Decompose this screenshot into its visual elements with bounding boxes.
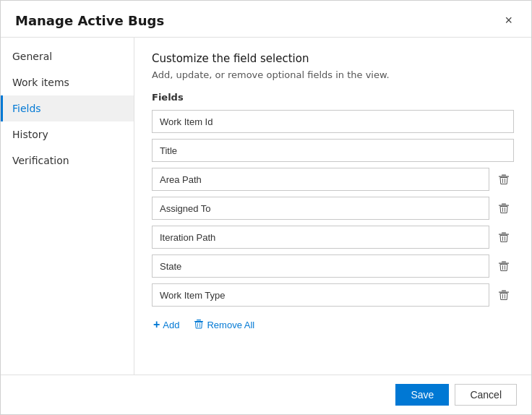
dialog-title: Manage Active Bugs: [15, 13, 164, 28]
content-area: Customize the field selection Add, updat…: [134, 38, 531, 375]
cancel-button[interactable]: Cancel: [455, 384, 517, 406]
trash-icon: [498, 289, 510, 301]
plus-icon: +: [153, 318, 160, 331]
field-input-work-item-type[interactable]: [152, 283, 489, 307]
field-row-iteration-path: [152, 226, 514, 249]
remove-all-label: Remove All: [207, 320, 254, 330]
content-subtitle: Add, update, or remove optional fields i…: [152, 69, 514, 80]
svg-rect-16: [499, 292, 509, 293]
sidebar-item-verification[interactable]: Verification: [1, 147, 134, 174]
delete-field-button-work-item-type[interactable]: [494, 286, 514, 304]
close-button[interactable]: ×: [500, 12, 517, 28]
manage-active-bugs-dialog: Manage Active Bugs × GeneralWork itemsFi…: [0, 0, 532, 415]
svg-rect-21: [197, 320, 201, 320]
sidebar-item-fields[interactable]: Fields: [1, 95, 134, 121]
delete-field-button-assigned-to[interactable]: [494, 200, 514, 217]
delete-field-button-state[interactable]: [494, 257, 514, 275]
trash-icon: [498, 231, 510, 243]
svg-rect-0: [499, 176, 509, 177]
svg-rect-4: [499, 205, 509, 206]
dialog-body: GeneralWork itemsFieldsHistoryVerificati…: [1, 38, 531, 375]
svg-rect-1: [502, 175, 506, 176]
field-input-work-item-id[interactable]: [152, 110, 514, 133]
delete-field-button-iteration-path[interactable]: [494, 228, 514, 246]
fields-list: [152, 110, 514, 307]
field-row-state: [152, 254, 514, 278]
add-remove-row: + Add Remove All: [152, 315, 514, 334]
field-input-state[interactable]: [152, 254, 489, 278]
fields-label: Fields: [152, 92, 514, 103]
field-row-area-path: [152, 168, 514, 191]
svg-rect-5: [502, 204, 506, 205]
remove-all-button[interactable]: Remove All: [192, 316, 256, 334]
sidebar-item-work-items[interactable]: Work items: [1, 69, 134, 95]
field-input-area-path[interactable]: [152, 168, 489, 191]
delete-field-button-area-path[interactable]: [494, 171, 514, 188]
svg-rect-13: [502, 262, 506, 262]
field-input-assigned-to[interactable]: [152, 197, 489, 220]
field-row-work-item-type: [152, 283, 514, 307]
svg-rect-8: [499, 234, 509, 235]
dialog-header: Manage Active Bugs ×: [1, 1, 531, 38]
content-title: Customize the field selection: [152, 52, 514, 65]
svg-rect-9: [502, 233, 506, 234]
trash-icon: [498, 202, 510, 214]
field-input-iteration-path[interactable]: [152, 226, 489, 249]
trash-icon-remove-all: [194, 319, 204, 331]
field-row-work-item-id: [152, 110, 514, 133]
trash-icon: [498, 174, 510, 185]
dialog-footer: Save Cancel: [1, 375, 531, 414]
sidebar: GeneralWork itemsFieldsHistoryVerificati…: [1, 38, 134, 375]
sidebar-item-general[interactable]: General: [1, 43, 134, 69]
svg-rect-12: [499, 263, 509, 264]
add-field-button[interactable]: + Add: [152, 315, 181, 334]
trash-icon: [498, 260, 510, 272]
field-row-assigned-to: [152, 197, 514, 220]
save-button[interactable]: Save: [395, 384, 449, 406]
svg-rect-17: [502, 291, 506, 291]
field-row-title: [152, 139, 514, 162]
add-label: Add: [163, 320, 179, 330]
field-input-title[interactable]: [152, 139, 514, 162]
sidebar-item-history[interactable]: History: [1, 121, 134, 147]
